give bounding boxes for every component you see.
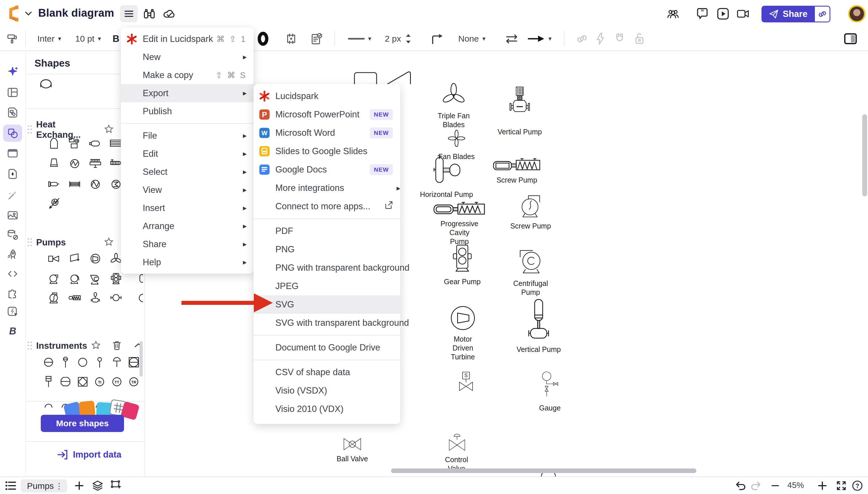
fullscreen-button[interactable] <box>834 479 848 493</box>
shape-square-bowtie[interactable] <box>46 251 62 267</box>
rail-image[interactable] <box>3 207 22 224</box>
actions-button[interactable] <box>595 27 606 50</box>
menu-item-arrange[interactable]: Arrange ▸ <box>121 217 253 235</box>
canvas-shape-progressive-cavity-pump[interactable]: Progressive Cavity Pump <box>432 202 487 246</box>
shape-trapezoid[interactable] <box>46 156 62 172</box>
export-item-svg[interactable]: SVG <box>253 296 400 314</box>
shape-double-pipe[interactable] <box>67 176 83 192</box>
lock-button[interactable] <box>634 27 645 50</box>
rail-magic-wand[interactable] <box>3 187 22 204</box>
drag-handle[interactable] <box>27 342 32 350</box>
shape-volute-a[interactable] <box>46 270 62 286</box>
shape-cavity-mini[interactable] <box>67 290 83 306</box>
copy-link-button[interactable] <box>815 6 830 22</box>
share-button[interactable]: Share <box>761 6 815 22</box>
canvas-shape-gauge[interactable]: Gauge <box>523 371 577 413</box>
export-item-slides-to-google-slides[interactable]: Slides to Google Slides <box>253 142 400 160</box>
lucid-logo[interactable] <box>6 5 21 22</box>
favorite-star-icon[interactable] <box>91 340 101 352</box>
right-panel-toggle[interactable] <box>844 27 857 50</box>
snap-button[interactable] <box>613 27 626 50</box>
find-shapes-button[interactable] <box>143 7 156 20</box>
canvas-shape-solenoid-valve[interactable]: S <box>439 370 493 400</box>
menu-item-help[interactable]: Help ▸ <box>121 253 253 271</box>
shape-vpump-mini[interactable] <box>87 290 103 306</box>
rail-automation-bolt[interactable] <box>3 303 22 320</box>
canvas-shape-horizontal-pump[interactable]: Horizontal Pump <box>419 154 474 199</box>
shape-lying-vessel[interactable] <box>87 135 103 152</box>
shape-dome-stem[interactable] <box>109 354 125 370</box>
undo-button[interactable] <box>734 479 748 493</box>
canvas-shape-gear-pump[interactable]: Gear Pump <box>435 244 490 286</box>
stroke-width-stepper[interactable]: 2 px <box>385 27 412 50</box>
canvas-horizontal-scrollbar[interactable] <box>391 469 696 473</box>
font-family-select[interactable]: Inter▾ <box>37 27 61 50</box>
zoom-out-button[interactable] <box>768 479 782 493</box>
rail-shapes[interactable] <box>3 125 22 142</box>
shape-square-gauge-stem[interactable] <box>40 374 57 390</box>
main-menu-button[interactable] <box>120 5 138 22</box>
shape-capped-pipe[interactable] <box>46 176 62 192</box>
favorite-star-icon[interactable] <box>104 124 114 135</box>
arrowhead-select[interactable]: ▾ <box>527 27 552 50</box>
rail-ai-sparkles[interactable] <box>3 62 22 80</box>
bold-button[interactable]: B <box>113 27 119 50</box>
canvas-shape-control-valve[interactable]: Control Valve <box>429 433 484 473</box>
comments-button[interactable]: ” <box>696 7 709 20</box>
section-header-pumps[interactable]: Pumps <box>27 237 114 248</box>
menu-item-select[interactable]: Select ▸ <box>121 163 253 181</box>
menu-item-insert[interactable]: Insert ▸ <box>121 199 253 217</box>
trash-icon[interactable] <box>112 340 121 352</box>
export-item-more-integrations[interactable]: More integrations ▸ <box>253 179 400 197</box>
sync-status-button[interactable] <box>163 7 176 20</box>
shape-circle-stem2[interactable] <box>92 354 108 370</box>
canvas-shape-vertical-pump[interactable]: Vertical Pump <box>492 84 547 136</box>
shape-partial-circle[interactable] <box>129 290 145 306</box>
font-size-select[interactable]: 10 pt▾ <box>75 27 101 50</box>
rail-ink-document[interactable] <box>3 165 22 183</box>
shape-vessel[interactable] <box>46 135 62 152</box>
menu-item-edit-in-lucidspark[interactable]: Edit in Lucidspark ⌘ ⇧ 1 <box>121 30 253 48</box>
line-end-select[interactable]: None▾ <box>458 27 486 50</box>
rail-template-layout[interactable] <box>3 84 22 101</box>
help-button[interactable]: ? <box>850 479 864 493</box>
shape-gear-mini[interactable] <box>108 270 124 286</box>
shape-circle-zigzag2[interactable] <box>87 176 103 192</box>
rail-b-logo[interactable]: B <box>3 323 22 340</box>
shape-circle-stem[interactable] <box>57 354 74 370</box>
rail-integrations-puzzle[interactable] <box>3 284 22 301</box>
drag-handle[interactable] <box>27 126 32 134</box>
avatar[interactable] <box>848 5 865 22</box>
shape-octagon-line[interactable] <box>57 374 74 390</box>
rail-data-linking[interactable] <box>3 226 22 243</box>
section-header-instruments[interactable]: Instruments <box>27 340 134 352</box>
more-shapes-button[interactable]: More shapes <box>41 415 124 432</box>
checklist-button[interactable] <box>310 27 323 50</box>
export-item-google-docs[interactable]: Google Docs NEW <box>253 160 400 179</box>
shape-instrument-TI[interactable]: TI <box>92 374 108 390</box>
export-item-microsoft-word[interactable]: W Microsoft Word NEW <box>253 124 400 142</box>
canvas-shape-screw-pump-2[interactable]: Screw Pump <box>503 194 558 230</box>
export-item-csv-of-shape-data[interactable]: CSV of shape data <box>253 363 400 381</box>
menu-item-publish[interactable]: Publish <box>121 102 253 120</box>
menu-item-file[interactable]: File ▸ <box>121 127 253 145</box>
hyperlink-button[interactable] <box>576 27 588 50</box>
rail-browser-window[interactable] <box>3 145 22 162</box>
shape-trapezoid-arrow[interactable] <box>67 251 83 267</box>
canvas-shape-partial-ramp[interactable] <box>372 71 427 86</box>
drag-handle[interactable] <box>27 238 32 247</box>
present-button[interactable] <box>717 7 729 20</box>
page-list-button[interactable] <box>4 479 18 493</box>
selection-tool-button[interactable] <box>110 479 124 493</box>
collaborators-button[interactable] <box>667 7 679 20</box>
video-call-button[interactable] <box>737 7 750 20</box>
shape-circle-hline[interactable] <box>40 354 57 370</box>
favorite-star-icon[interactable] <box>104 237 114 248</box>
zoom-level[interactable]: 45% <box>787 480 804 490</box>
export-item-jpeg[interactable]: JPEG <box>253 277 400 296</box>
export-item-svg-with-transparent-background[interactable]: SVG with transparent background <box>253 314 400 332</box>
line-style-select[interactable]: ▾ <box>348 27 371 50</box>
shape-crossed-circle-arrow[interactable] <box>46 196 62 212</box>
page-menu-icon[interactable]: ⋮ <box>55 481 63 491</box>
canvas-shape-vertical-pump-2[interactable]: Vertical Pump <box>511 299 566 354</box>
